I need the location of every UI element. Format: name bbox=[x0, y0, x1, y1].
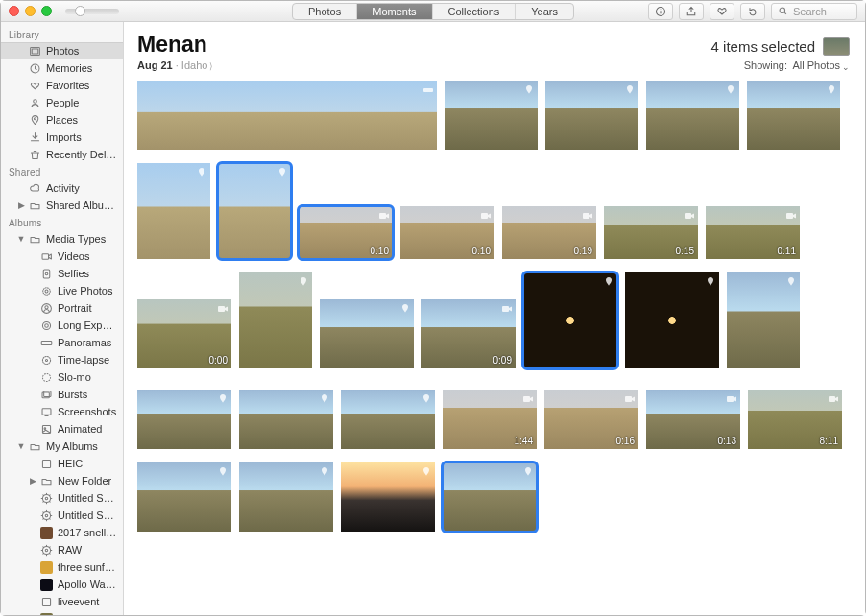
close-icon[interactable] bbox=[9, 6, 19, 16]
sidebar-item-my-albums[interactable]: ▼My Albums bbox=[1, 438, 123, 455]
photo-thumbnail[interactable]: 1:44 bbox=[443, 390, 537, 449]
sidebar-item-memories[interactable]: Memories bbox=[1, 59, 123, 77]
favorite-button[interactable] bbox=[710, 3, 734, 20]
sidebar-item-panoramas[interactable]: Panoramas bbox=[1, 334, 123, 351]
sidebar-item-portrait[interactable]: Portrait bbox=[1, 299, 123, 317]
sidebar-item-recently-deleted[interactable]: Recently Deleted bbox=[1, 146, 123, 163]
sidebar-item-time-lapse[interactable]: Time-lapse bbox=[1, 351, 123, 368]
sidebar-item-untitled-smart-album[interactable]: Untitled Smart Album bbox=[1, 489, 123, 507]
photo-thumbnail[interactable] bbox=[239, 390, 333, 449]
photo-thumbnail[interactable] bbox=[218, 163, 291, 259]
sidebar-item-heic[interactable]: HEIC bbox=[1, 455, 123, 472]
photo-thumbnail[interactable]: 0:09 bbox=[421, 299, 516, 368]
sidebar-item-photos[interactable]: Photos bbox=[1, 42, 123, 59]
video-icon bbox=[378, 209, 390, 223]
photo-thumbnail[interactable]: 8:11 bbox=[748, 390, 842, 449]
photo-thumbnail[interactable] bbox=[625, 272, 719, 368]
showing-value: All Photos bbox=[792, 59, 840, 71]
photo-thumbnail[interactable] bbox=[137, 163, 210, 259]
disclosure-icon[interactable]: ▶ bbox=[16, 201, 26, 210]
content-header: Menan 4 items selected Aug 21 · Idaho⟩ S… bbox=[124, 22, 865, 73]
sidebar-item-label: Time-lapse bbox=[58, 354, 117, 366]
showing-filter[interactable]: Showing: All Photos⌄ bbox=[744, 59, 850, 71]
sidebar-item-apollo-wallpapers[interactable]: Apollo Wallpapers bbox=[1, 576, 123, 593]
tab-photos[interactable]: Photos bbox=[293, 4, 357, 19]
photo-thumbnail[interactable] bbox=[747, 81, 840, 150]
sidebar-item-media-types[interactable]: ▼Media Types bbox=[1, 230, 123, 248]
photo-thumbnail[interactable] bbox=[137, 390, 231, 449]
sidebar-item-people[interactable]: People bbox=[1, 94, 123, 111]
share-button[interactable] bbox=[679, 3, 704, 20]
disclosure-icon[interactable]: ▶ bbox=[28, 476, 37, 486]
location-pin-icon bbox=[785, 275, 797, 289]
sidebar-item-slo-mo[interactable]: Slo-mo bbox=[1, 368, 123, 386]
photo-thumbnail[interactable]: 0:00 bbox=[137, 299, 231, 368]
selection-preview-thumb[interactable] bbox=[823, 37, 850, 56]
photo-grid[interactable]: 0:100:100:190:150:110:000:091:440:160:13… bbox=[124, 73, 865, 615]
swatch bbox=[38, 526, 54, 539]
photo-thumbnail[interactable]: 0:10 bbox=[400, 206, 494, 259]
rotate-button[interactable] bbox=[740, 3, 765, 20]
photo-thumbnail[interactable] bbox=[727, 272, 800, 368]
folder-icon bbox=[27, 439, 42, 453]
sidebar-section-header: Shared bbox=[1, 163, 123, 179]
tab-moments[interactable]: Moments bbox=[357, 4, 432, 19]
sidebar-item-photos-thinks-thes-[interactable]: Photos Thinks Thes… bbox=[1, 610, 123, 615]
sidebar-item-new-folder[interactable]: ▶New Folder bbox=[1, 472, 123, 489]
zoom-icon[interactable] bbox=[41, 6, 52, 16]
search-placeholder: Search bbox=[793, 6, 827, 17]
app-window: PhotosMomentsCollectionsYears Search Lib… bbox=[0, 0, 866, 616]
photo-thumbnail[interactable] bbox=[341, 462, 435, 532]
sidebar-item-selfies[interactable]: Selfies bbox=[1, 265, 123, 282]
photo-thumbnail[interactable]: 0:10 bbox=[299, 206, 393, 259]
sidebar-item-live-photos[interactable]: Live Photos bbox=[1, 282, 123, 299]
tab-collections[interactable]: Collections bbox=[432, 4, 516, 19]
sidebar-item-videos[interactable]: Videos bbox=[1, 248, 123, 265]
location-breadcrumb[interactable]: · Idaho⟩ bbox=[173, 59, 214, 71]
photo-thumbnail[interactable] bbox=[545, 81, 638, 150]
sidebar-item-liveevent[interactable]: liveevent bbox=[1, 593, 123, 610]
photo-thumbnail[interactable] bbox=[239, 462, 333, 532]
disclosure-icon[interactable]: ▼ bbox=[16, 234, 26, 244]
photo-thumbnail[interactable] bbox=[443, 462, 537, 532]
search-field[interactable]: Search bbox=[771, 3, 857, 20]
sidebar-item-label: Untitled Smart Album bbox=[58, 492, 117, 504]
location-pin-icon bbox=[217, 465, 229, 479]
imports-icon bbox=[27, 130, 42, 144]
sidebar-item-activity[interactable]: Activity bbox=[1, 179, 123, 197]
photo-thumbnail[interactable]: 0:16 bbox=[544, 390, 638, 449]
photo-thumbnail[interactable] bbox=[341, 390, 435, 449]
photo-thumbnail[interactable] bbox=[239, 272, 312, 368]
info-button[interactable] bbox=[648, 3, 673, 20]
sidebar-item-2017-snell-calendar[interactable]: 2017 snell calendar bbox=[1, 524, 123, 541]
minimize-icon[interactable] bbox=[25, 6, 36, 16]
tab-years[interactable]: Years bbox=[516, 4, 573, 19]
sidebar-item-three-sunflowers[interactable]: three sunflowers bbox=[1, 558, 123, 576]
photo-thumbnail[interactable] bbox=[646, 81, 739, 150]
photo-thumbnail[interactable] bbox=[445, 81, 538, 150]
photo-thumbnail[interactable] bbox=[523, 272, 617, 368]
video-icon bbox=[624, 392, 636, 406]
sidebar-item-favorites[interactable]: Favorites bbox=[1, 77, 123, 94]
photo-thumbnail[interactable] bbox=[320, 299, 414, 368]
sidebar-item-imports[interactable]: Imports bbox=[1, 129, 123, 146]
slomo-icon bbox=[38, 370, 54, 384]
sidebar-item-places[interactable]: Places bbox=[1, 111, 123, 129]
zoom-slider[interactable] bbox=[65, 9, 119, 14]
sidebar-item-long-exposure[interactable]: Long Exposure bbox=[1, 317, 123, 334]
photo-thumbnail[interactable] bbox=[137, 81, 437, 150]
photo-thumbnail[interactable]: 0:11 bbox=[706, 206, 800, 259]
sidebar[interactable]: LibraryPhotosMemoriesFavoritesPeoplePlac… bbox=[1, 22, 124, 615]
photo-thumbnail[interactable]: 0:15 bbox=[604, 206, 698, 259]
sidebar-item-screenshots[interactable]: Screenshots bbox=[1, 403, 123, 420]
disclosure-icon[interactable]: ▼ bbox=[16, 441, 26, 451]
photo-thumbnail[interactable]: 0:19 bbox=[502, 206, 596, 259]
photo-thumbnail[interactable]: 0:13 bbox=[646, 390, 740, 449]
sidebar-item-bursts[interactable]: Bursts bbox=[1, 386, 123, 403]
sidebar-item-animated[interactable]: Animated bbox=[1, 420, 123, 438]
photo-thumbnail[interactable] bbox=[137, 462, 231, 532]
sidebar-item-untitled-smart-album[interactable]: Untitled Smart Album bbox=[1, 507, 123, 524]
sidebar-item-raw[interactable]: RAW bbox=[1, 541, 123, 558]
duration-badge: 0:19 bbox=[574, 246, 592, 256]
sidebar-item-shared-albums[interactable]: ▶Shared Albums bbox=[1, 197, 123, 214]
